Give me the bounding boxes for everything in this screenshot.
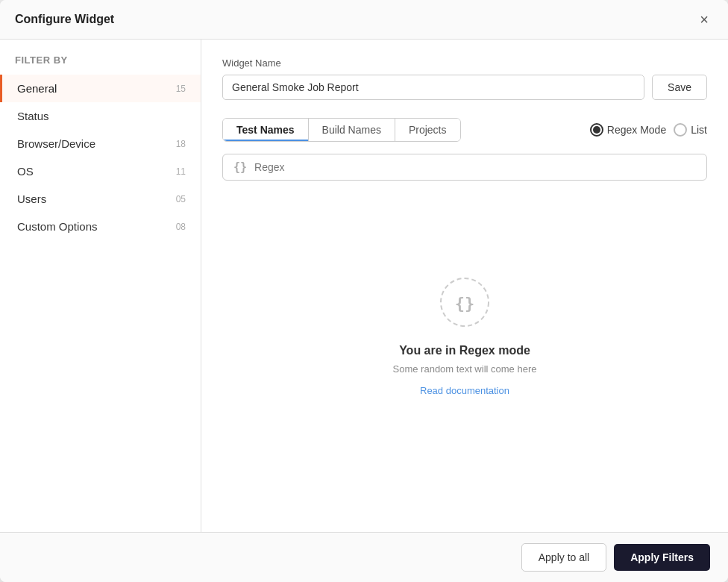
- widget-name-input[interactable]: [222, 75, 644, 100]
- regex-mode-radio-inner: [593, 126, 600, 134]
- widget-name-label: Widget Name: [222, 57, 707, 69]
- tab-projects[interactable]: Projects: [395, 119, 460, 141]
- list-mode-label: List: [691, 124, 707, 136]
- sidebar-item-browser-device[interactable]: Browser/Device18: [0, 130, 201, 157]
- apply-filters-button[interactable]: Apply Filters: [614, 544, 710, 571]
- sidebar-badge-general: 15: [176, 84, 186, 94]
- list-mode-radio[interactable]: [674, 123, 687, 137]
- sidebar-item-label-users: Users: [17, 193, 46, 205]
- main-content: Widget Name Save Test NamesBuild NamesPr…: [201, 40, 728, 532]
- save-button[interactable]: Save: [652, 75, 707, 100]
- mode-toggle: Regex Mode List: [590, 123, 707, 137]
- configure-widget-modal: Configure Widget × Filter by General15St…: [0, 0, 728, 582]
- regex-mode-option[interactable]: Regex Mode: [590, 123, 666, 137]
- sidebar-item-os[interactable]: OS11: [0, 157, 201, 185]
- widget-name-row: Widget Name Save: [222, 57, 707, 100]
- regex-mode-radio[interactable]: [590, 123, 603, 137]
- sidebar-badge-os: 11: [176, 166, 186, 177]
- empty-state: {} You are in Regex mode Some random tex…: [222, 198, 707, 532]
- regex-icon: {}: [233, 160, 247, 174]
- sidebar-item-label-browser-device: Browser/Device: [17, 137, 95, 150]
- sidebar-badge-custom-options: 08: [176, 222, 186, 232]
- sidebar-item-general[interactable]: General15: [0, 75, 201, 102]
- regex-input-row: {}: [222, 154, 707, 181]
- sidebar-item-users[interactable]: Users05: [0, 185, 201, 213]
- svg-text:{}: {}: [455, 293, 475, 312]
- tabs-row: Test NamesBuild NamesProjects Regex Mode…: [222, 118, 707, 142]
- sidebar-item-label-os: OS: [17, 165, 34, 178]
- regex-empty-icon: {}: [438, 275, 492, 329]
- tab-test-names[interactable]: Test Names: [223, 119, 309, 141]
- modal-header: Configure Widget ×: [0, 0, 728, 40]
- close-button[interactable]: ×: [695, 10, 713, 28]
- sidebar-badge-browser-device: 18: [176, 139, 186, 149]
- sidebar: Filter by General15StatusBrowser/Device1…: [0, 40, 201, 532]
- list-mode-option[interactable]: List: [674, 123, 707, 137]
- regex-mode-label: Regex Mode: [607, 124, 666, 136]
- sidebar-item-status[interactable]: Status: [0, 102, 201, 130]
- tab-build-names[interactable]: Build Names: [309, 119, 395, 141]
- modal-body: Filter by General15StatusBrowser/Device1…: [0, 40, 728, 532]
- filter-by-label: Filter by: [0, 54, 201, 75]
- read-documentation-link[interactable]: Read documentation: [420, 385, 509, 396]
- empty-state-subtitle: Some random text will come here: [393, 363, 537, 375]
- modal-title: Configure Widget: [15, 13, 114, 26]
- tabs-container: Test NamesBuild NamesProjects: [222, 118, 461, 142]
- empty-state-title: You are in Regex mode: [399, 344, 530, 357]
- sidebar-item-label-status: Status: [17, 110, 49, 122]
- regex-input[interactable]: [254, 161, 696, 173]
- sidebar-item-custom-options[interactable]: Custom Options08: [0, 213, 201, 240]
- modal-footer: Apply to all Apply Filters: [0, 532, 728, 582]
- sidebar-item-label-general: General: [17, 82, 57, 95]
- sidebar-item-label-custom-options: Custom Options: [17, 220, 98, 233]
- sidebar-badge-users: 05: [176, 194, 186, 204]
- widget-name-input-row: Save: [222, 75, 707, 100]
- apply-to-all-button[interactable]: Apply to all: [521, 543, 606, 572]
